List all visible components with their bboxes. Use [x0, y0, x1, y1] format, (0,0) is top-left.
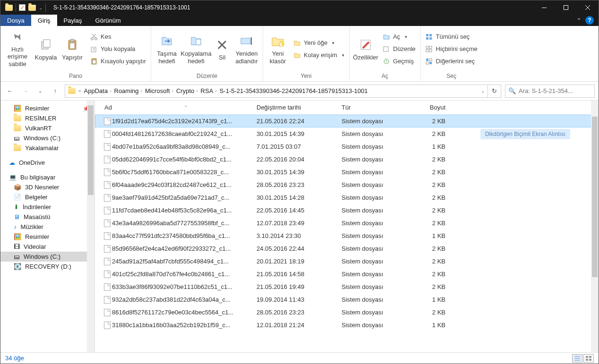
nav-item[interactable]: 📦3D Nesneler: [0, 182, 94, 192]
pin-to-quick-access-button[interactable]: Hızlı erişime sabitle: [3, 30, 32, 68]
recent-locations-button[interactable]: ⌄: [34, 85, 46, 97]
tab-share[interactable]: Paylaş: [57, 15, 89, 26]
copy-to-button[interactable]: Kopyalama hedefi: [181, 30, 211, 68]
copy-button[interactable]: Kopyala: [34, 30, 58, 68]
file-size: 1 KB: [412, 322, 450, 329]
select-all-button[interactable]: Tümünü seç: [424, 31, 479, 42]
search-input[interactable]: [519, 87, 598, 94]
main-area: 🖼️Resimler📌 RESİMLER VulkanRT 🖴Windows (…: [0, 101, 599, 352]
nav-item[interactable]: RESİMLER: [0, 113, 94, 123]
onedrive-icon: ☁: [9, 159, 15, 166]
file-name: 932a2db58c237abd381d22df4c63a04a_c...: [112, 296, 257, 303]
tab-file[interactable]: Dosya: [0, 15, 31, 26]
nav-item[interactable]: 🎞Videolar: [0, 242, 94, 252]
cut-button[interactable]: Kes: [88, 31, 148, 42]
easy-access-button[interactable]: Kolay erişim▾: [291, 50, 346, 61]
qat-dropdown-icon[interactable]: ⌄: [39, 5, 43, 10]
file-row[interactable]: 4bd07e1ba952c6aa9bf83a8d98c08949_c...7.0…: [95, 140, 599, 153]
file-row[interactable]: 8616d8f52761172c79e0e03c4bec5564_c1...28…: [95, 306, 599, 319]
refresh-button[interactable]: ↻: [488, 85, 501, 98]
svg-rect-16: [196, 39, 201, 45]
file-row[interactable]: 0004fd148126172638caeabf0c219242_c1...30…: [95, 127, 599, 140]
move-to-button[interactable]: Taşıma hedefi: [154, 30, 180, 68]
file-row[interactable]: 1f91d2d17ea675d4c2c3192e241743f9_c1...21…: [95, 115, 599, 127]
file-scrollbar[interactable]: [591, 101, 599, 352]
paste-shortcut-button[interactable]: Kısayolu yapıştır: [88, 56, 148, 67]
nav-onedrive[interactable]: ☁OneDrive: [0, 158, 94, 168]
tab-home[interactable]: Giriş: [31, 15, 57, 26]
column-date[interactable]: Değiştirme tarihi: [257, 104, 342, 111]
invert-selection-button[interactable]: Diğerlerini seç: [424, 56, 479, 67]
forward-button[interactable]: →: [19, 85, 31, 97]
file-date: 12.07.2018 23:49: [257, 220, 342, 227]
breadcrumb[interactable]: « AppData › Roaming › Microsoft › Crypto…: [65, 85, 488, 98]
file-row[interactable]: 401cf25c2fd8a870d7c67fe4c0b24861_c1...21…: [95, 268, 599, 280]
help-icon[interactable]: ?: [585, 16, 594, 25]
status-bar: 34 öğe: [0, 352, 599, 364]
nav-item[interactable]: VulkanRT: [0, 123, 94, 133]
nav-item[interactable]: 🖥Masaüstü: [0, 212, 94, 222]
column-size[interactable]: Boyut: [412, 104, 450, 111]
new-folder-qat-icon[interactable]: [28, 5, 36, 11]
tab-view[interactable]: Görünüm: [89, 15, 128, 26]
file-row[interactable]: 11fd7cdaeb8ed414eb48f53c5c82e96a_c1...22…: [95, 204, 599, 217]
back-button[interactable]: ←: [4, 85, 16, 97]
navigation-pane[interactable]: 🖼️Resimler📌 RESİMLER VulkanRT 🖴Windows (…: [0, 101, 95, 352]
svg-line-11: [93, 34, 96, 38]
svg-rect-24: [384, 47, 388, 51]
minimize-button[interactable]: [533, 0, 555, 15]
open-button[interactable]: Aç▾: [381, 31, 418, 42]
search-box[interactable]: 🔍: [505, 85, 595, 98]
file-row[interactable]: 83aa4cc77f591dfc2374580bbd95f6ba_c1...3.…: [95, 229, 599, 242]
nav-item[interactable]: 🖼️Resimler📌: [0, 103, 94, 113]
file-name: 8616d8f52761172c79e0e03c4bec5564_c1...: [112, 309, 257, 316]
column-headers[interactable]: Ad⌃ Değiştirme tarihi Tür Boyut: [95, 101, 599, 115]
new-item-button[interactable]: Yeni öğe▾: [291, 37, 346, 49]
nav-item-selected[interactable]: 🖴Windows (C:): [0, 252, 94, 262]
delete-button[interactable]: Sil: [213, 30, 231, 68]
column-type[interactable]: Tür: [342, 104, 412, 111]
new-folder-button[interactable]: ✨Yeni klasör: [266, 30, 290, 68]
file-row[interactable]: 31880c1a1bba16b03aa252cb192b1f59_c...12.…: [95, 319, 599, 331]
file-size: 2 KB: [412, 194, 450, 201]
rename-button[interactable]: Yeniden adlandır: [233, 30, 260, 68]
nav-item[interactable]: ♪Müzikler: [0, 222, 94, 232]
properties-qat-icon[interactable]: ✓: [19, 4, 26, 11]
nav-item[interactable]: 📄Belgeler: [0, 192, 94, 202]
select-none-button[interactable]: Hiçbirini seçme: [424, 43, 479, 55]
nav-this-pc[interactable]: 💻Bu bilgisayar: [0, 172, 94, 182]
file-row[interactable]: 245ad91a2f5af4abf7cbfd555c498494_c1...20…: [95, 255, 599, 268]
view-icons-button[interactable]: [583, 354, 594, 363]
file-row[interactable]: 43e3a4a9826996aba5d7727553958fbf_c...12.…: [95, 217, 599, 229]
file-icon: [103, 156, 112, 163]
nav-item[interactable]: 🖼️Resimler: [0, 232, 94, 242]
svg-point-10: [95, 37, 97, 40]
ribbon-collapse-icon[interactable]: ⌃: [576, 17, 582, 24]
file-row[interactable]: 9ae3aef79a91d425bf2a5da69e721ad7_c...30.…: [95, 191, 599, 204]
file-row[interactable]: 932a2db58c237abd381d22df4c63a04a_c...19.…: [95, 293, 599, 306]
copy-path-button[interactable]: Yolu kopyala: [88, 43, 148, 55]
file-row[interactable]: 6f04aaade9c294c03f182cd2487ce612_c1...28…: [95, 178, 599, 191]
pictures-icon: 🖼️: [14, 105, 21, 112]
edit-button[interactable]: Düzenle: [381, 43, 418, 55]
column-name[interactable]: Ad⌃: [103, 104, 257, 111]
nav-item[interactable]: ⬇İndirilenler: [0, 202, 94, 212]
nav-scrollbar[interactable]: [87, 101, 94, 352]
paste-button[interactable]: Yapıştır: [60, 30, 85, 68]
properties-button[interactable]: Özellikler: [352, 30, 379, 68]
file-row[interactable]: 5b6f0c75ddf61760bbca871e00583228_c...30.…: [95, 166, 599, 178]
nav-item[interactable]: Yakalamalar: [0, 143, 94, 153]
maximize-button[interactable]: [555, 0, 577, 15]
svg-rect-7: [70, 39, 74, 42]
file-size: 2 KB: [412, 181, 450, 188]
up-button[interactable]: ↑: [50, 85, 61, 97]
file-row[interactable]: 633b3ae3f86f93092e07be1110b62c51_c1...21…: [95, 280, 599, 293]
nav-item[interactable]: 💽RECOVERY (D:): [0, 262, 94, 271]
view-details-button[interactable]: [572, 354, 582, 363]
nav-item[interactable]: 🖴Windows (C:): [0, 133, 94, 143]
history-button[interactable]: Geçmiş: [381, 56, 418, 67]
file-row[interactable]: 05dd622046991c7cce54f6b4bf0c8bd2_c1...22…: [95, 153, 599, 166]
file-row[interactable]: 85d96568ef2e4ca42ed6f90f22933272_c1...24…: [95, 242, 599, 255]
close-button[interactable]: [577, 0, 599, 15]
file-type: Sistem dosyası: [342, 194, 412, 201]
